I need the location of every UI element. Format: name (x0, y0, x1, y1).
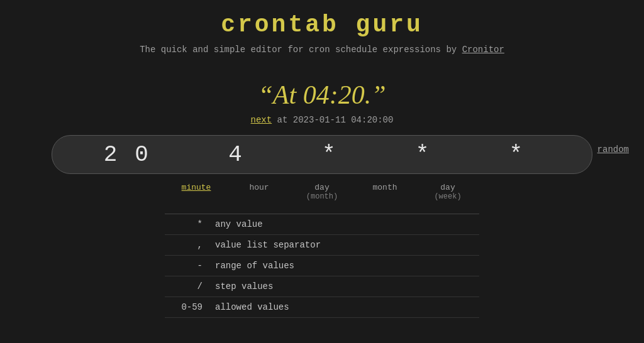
random-link[interactable]: random (597, 144, 629, 155)
cheatsheet-row-slash: / step values (165, 276, 479, 297)
subtitle: The quick and simple editor for cron sch… (140, 45, 504, 55)
cron-fields-labels: minute hour day (month) month day (week) (165, 183, 479, 201)
subtitle-text: The quick and simple editor for cron sch… (140, 45, 462, 55)
cheatsheet-desc-star: any value (215, 219, 479, 229)
cheatsheet-row-range: 0-59 allowed values (165, 297, 479, 318)
cheatsheet-symbol-star: * (165, 219, 215, 229)
cheatsheet-symbol-slash: / (165, 281, 215, 291)
cheatsheet-desc-slash: step values (215, 281, 479, 291)
field-label-month-text: month (372, 183, 397, 192)
cheatsheet-row-comma: , value list separator (165, 235, 479, 256)
page-container: crontab guru The quick and simple editor… (0, 0, 644, 343)
field-label-hour[interactable]: hour (237, 183, 281, 201)
cronitor-link[interactable]: Cronitor (462, 45, 504, 55)
next-at-text: at 2023-01-11 04:20:00 (277, 115, 394, 125)
cheatsheet-desc-comma: value list separator (215, 240, 479, 250)
schedule-description: “At 04:20.” (258, 80, 386, 110)
cheatsheet-desc-dash: range of values (215, 261, 479, 271)
cheatsheet-row-star: * any value (165, 214, 479, 235)
next-label[interactable]: next (251, 115, 272, 125)
field-label-day-month[interactable]: day (month) (300, 183, 344, 201)
site-title: crontab guru (221, 11, 423, 38)
cron-input[interactable] (77, 142, 567, 168)
cheatsheet-symbol-dash: - (165, 261, 215, 271)
cheatsheet-desc-range: allowed values (215, 302, 479, 312)
field-label-day-month-text: day (314, 183, 329, 192)
field-label-day-month-sub: (month) (300, 192, 344, 201)
cheatsheet-row-dash: - range of values (165, 256, 479, 276)
field-label-day-week[interactable]: day (week) (426, 183, 470, 201)
field-label-month[interactable]: month (363, 183, 407, 201)
field-label-day-week-sub: (week) (426, 192, 470, 201)
cheatsheet: * any value , value list separator - ran… (165, 214, 479, 318)
field-label-minute[interactable]: minute (174, 183, 218, 201)
field-label-minute-text: minute (182, 183, 211, 192)
field-label-hour-text: hour (249, 183, 269, 192)
next-run: next at 2023-01-11 04:20:00 (251, 115, 394, 125)
field-label-day-week-text: day (440, 183, 455, 192)
cheatsheet-symbol-range: 0-59 (165, 302, 215, 312)
cheatsheet-symbol-comma: , (165, 240, 215, 250)
cron-input-wrapper (52, 135, 592, 174)
